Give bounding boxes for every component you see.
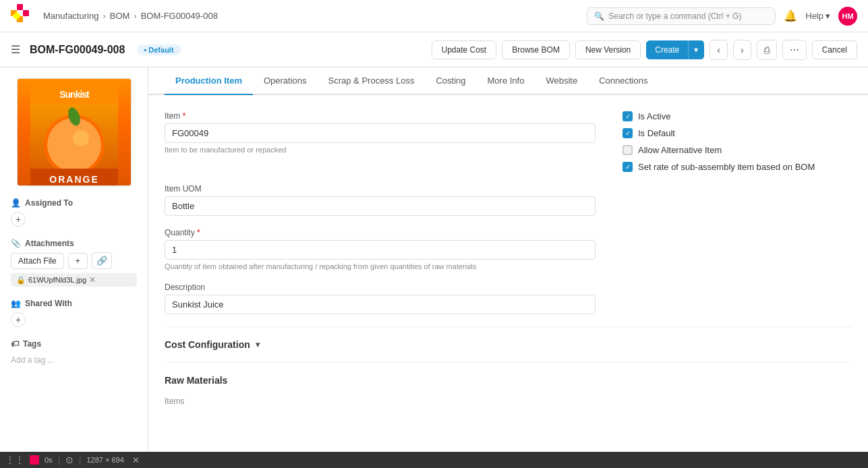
breadcrumb-current[interactable]: BOM-FG00049-008: [141, 11, 218, 21]
description-row: Description: [165, 283, 852, 314]
is-default-label: Is Default: [638, 128, 675, 138]
item-hint: Item to be manufactured or repacked: [165, 146, 596, 154]
quantity-input[interactable]: [165, 240, 596, 260]
description-input[interactable]: [165, 295, 596, 314]
tab-website[interactable]: Website: [535, 67, 588, 95]
breadcrumb: Manufacturing › BOM › BOM-FG00049-008: [43, 11, 218, 21]
bottom-sep1: |: [58, 455, 60, 465]
item-col: Item Item to be manufactured or repacked: [165, 111, 596, 172]
quantity-right-col: [623, 228, 852, 270]
breadcrumb-sep1: ›: [103, 11, 105, 21]
tab-more-info[interactable]: More Info: [477, 67, 536, 95]
cancel-button[interactable]: Cancel: [812, 40, 857, 59]
is-active-checkbox[interactable]: [623, 111, 633, 121]
attachments-header: 📎 Attachments: [11, 239, 137, 248]
attach-link-button[interactable]: 🔗: [92, 252, 112, 269]
raw-materials-label: Raw Materials: [165, 375, 227, 386]
document-title: BOM-FG00049-008: [30, 44, 125, 56]
sunkist-logo: Sunkist ORANGE: [30, 84, 118, 186]
allow-alternative-checkbox[interactable]: [623, 145, 633, 155]
bottom-bar: ⋮⋮ 0s | ⊙ | 868 × 468 ✕: [0, 452, 868, 468]
next-record-button[interactable]: ›: [733, 40, 751, 60]
uom-row: Item UOM: [165, 184, 852, 216]
bottom-sep2: |: [79, 455, 81, 465]
app-logo[interactable]: [11, 4, 35, 28]
tags-input[interactable]: Add a tag ...: [11, 353, 137, 368]
attachment-icon: 📎: [11, 239, 21, 248]
is-active-row: Is Active: [623, 111, 852, 121]
file-remove-button[interactable]: ✕: [89, 275, 96, 285]
tab-production-item[interactable]: Production Item: [165, 67, 253, 95]
update-cost-button[interactable]: Update Cost: [432, 40, 497, 59]
attach-file-button[interactable]: Attach File: [11, 253, 64, 269]
sidebar: Sunkist ORANGE 👤: [0, 67, 148, 468]
form-divider: [165, 326, 852, 327]
create-button[interactable]: Create: [646, 40, 688, 59]
add-shared-with-button[interactable]: +: [11, 312, 26, 327]
is-default-checkbox[interactable]: [623, 128, 633, 138]
item-input[interactable]: [165, 123, 596, 143]
quantity-col: Quantity Quantity of item obtained after…: [165, 228, 596, 270]
prev-record-button[interactable]: ‹: [710, 40, 728, 60]
bottom-camera-icon: ⊙: [65, 455, 74, 465]
breadcrumb-manufacturing[interactable]: Manufacturing: [43, 11, 98, 21]
help-button[interactable]: Help ▾: [805, 11, 830, 21]
more-actions-button[interactable]: ⋯: [782, 40, 807, 60]
bottom-grid-icon: ⋮⋮: [5, 455, 24, 465]
new-version-button[interactable]: New Version: [575, 40, 641, 59]
print-button[interactable]: ⎙: [757, 40, 777, 60]
tab-connections[interactable]: Connections: [588, 67, 658, 95]
create-dropdown-button[interactable]: ▾: [688, 40, 704, 59]
tags-label: Tags: [23, 339, 41, 349]
avatar[interactable]: HM: [838, 7, 857, 26]
attach-row: Attach File + 🔗: [11, 252, 137, 269]
uom-col: Item UOM: [165, 184, 596, 216]
set-rate-checkbox[interactable]: [623, 162, 633, 172]
allow-alternative-label: Allow Alternative Item: [638, 145, 722, 155]
assigned-to-section: 👤 Assigned To +: [11, 198, 137, 227]
quantity-label: Quantity: [165, 228, 596, 237]
assigned-to-icon: 👤: [11, 198, 21, 208]
description-label: Description: [165, 283, 596, 292]
quantity-hint: Quantity of item obtained after manufact…: [165, 262, 596, 270]
action-bar: ☰ BOM-FG00049-008 • Default Update Cost …: [0, 32, 868, 67]
is-default-row: Is Default: [623, 128, 852, 138]
notification-bell-icon[interactable]: 🔔: [784, 9, 797, 22]
item-uom-input[interactable]: [165, 196, 596, 216]
bottom-dimensions: 868 × 468: [86, 456, 123, 464]
raw-materials-header[interactable]: Raw Materials: [165, 375, 852, 386]
file-name: 61WUpfNld3L.jpg: [28, 276, 86, 284]
tab-operations[interactable]: Operations: [253, 67, 318, 95]
shared-with-section: 👥 Shared With +: [11, 299, 137, 327]
product-image-container: Sunkist ORANGE: [17, 78, 132, 186]
svg-point-10: [47, 118, 101, 172]
help-chevron-icon: ▾: [826, 11, 830, 21]
attach-add-button[interactable]: +: [68, 253, 88, 269]
action-buttons: Update Cost Browse BOM New Version Creat…: [432, 40, 858, 60]
item-label: Item: [165, 111, 596, 121]
hamburger-icon[interactable]: ☰: [11, 43, 20, 56]
attachments-label: Attachments: [25, 239, 74, 248]
tab-scrap-loss[interactable]: Scrap & Process Loss: [318, 67, 426, 95]
search-box[interactable]: 🔍 Search or type a command (Ctrl + G): [587, 7, 776, 25]
items-label: Items: [165, 397, 852, 406]
item-uom-label: Item UOM: [165, 184, 596, 194]
browse-bom-button[interactable]: Browse BOM: [502, 40, 570, 59]
cost-config-chevron-icon: ▾: [256, 340, 260, 349]
tags-header: 🏷 Tags: [11, 339, 137, 349]
bottom-close-button[interactable]: ✕: [132, 455, 140, 465]
main-content: Production Item Operations Scrap & Proce…: [148, 67, 868, 468]
tab-costing[interactable]: Costing: [425, 67, 476, 95]
svg-text:Sunkist: Sunkist: [59, 89, 90, 100]
cost-config-header[interactable]: Cost Configuration ▾: [165, 339, 852, 350]
tags-icon: 🏷: [11, 339, 19, 349]
svg-point-11: [73, 130, 89, 146]
svg-text:ORANGE: ORANGE: [49, 174, 98, 185]
item-row: Item Item to be manufactured or repacked…: [165, 111, 852, 172]
raw-materials-divider: [165, 362, 852, 363]
search-icon: 🔍: [594, 11, 604, 21]
breadcrumb-bom[interactable]: BOM: [110, 11, 130, 21]
file-icon: 🔒: [16, 276, 26, 285]
add-assigned-to-button[interactable]: +: [11, 212, 26, 227]
help-label: Help: [805, 11, 823, 21]
